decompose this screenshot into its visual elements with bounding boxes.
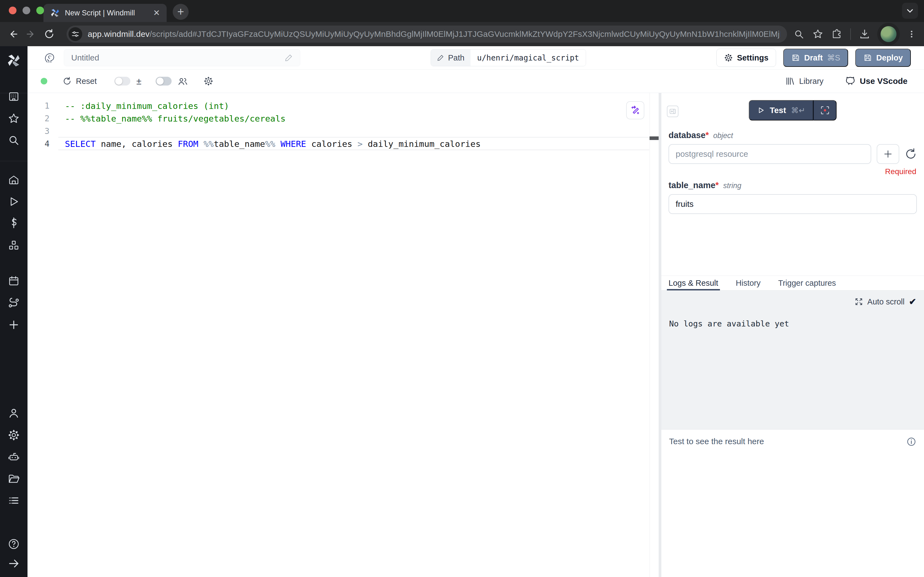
autoscroll-checkmark[interactable]: ✔ bbox=[909, 297, 916, 307]
scan-target-icon bbox=[820, 106, 830, 115]
sidebar-item-users[interactable] bbox=[8, 407, 20, 419]
extensions-icon[interactable] bbox=[832, 29, 842, 39]
site-settings-button[interactable] bbox=[68, 27, 82, 41]
draft-button[interactable]: Draft ⌘S bbox=[783, 49, 848, 67]
save-icon bbox=[863, 53, 872, 62]
vscode-label: Use VScode bbox=[860, 76, 908, 86]
close-window-button[interactable] bbox=[9, 6, 16, 14]
sidebar-item-workspace[interactable] bbox=[8, 90, 20, 103]
code-line[interactable]: -- %%table_name%% fruits/vegetables/cere… bbox=[58, 112, 649, 125]
url-path: /scripts/add#JTdCJTIyaGFzaCUyMiUzQSUyMiU… bbox=[150, 29, 781, 39]
url-text[interactable]: app.windmill.dev/scripts/add#JTdCJTIyaGF… bbox=[88, 29, 781, 39]
test-capture-button[interactable] bbox=[813, 100, 837, 121]
minimize-window-button[interactable] bbox=[23, 6, 30, 14]
profile-avatar[interactable] bbox=[881, 26, 897, 42]
deploy-label: Deploy bbox=[876, 53, 903, 63]
browser-toolbar: app.windmill.dev/scripts/add#JTdCJTIyaGF… bbox=[0, 22, 924, 46]
sidebar-item-favorites[interactable] bbox=[8, 113, 20, 124]
url-bar[interactable]: app.windmill.dev/scripts/add#JTdCJTIyaGF… bbox=[66, 26, 787, 43]
table-name-input[interactable] bbox=[668, 194, 917, 214]
autoscroll-label[interactable]: Auto scroll bbox=[868, 297, 905, 306]
sidebar-item-audit-logs[interactable] bbox=[8, 495, 20, 507]
search-icon[interactable] bbox=[8, 134, 20, 146]
add-resource-button[interactable] bbox=[877, 144, 899, 164]
sidebar-item-folders[interactable] bbox=[8, 472, 20, 485]
bookmark-star-icon[interactable] bbox=[812, 29, 823, 40]
help-icon[interactable] bbox=[8, 538, 20, 550]
diff-toggle[interactable] bbox=[114, 77, 130, 85]
expand-sidebar-arrow-icon[interactable] bbox=[8, 558, 20, 570]
editor-toolbar: Reset ± Library Use VSco bbox=[27, 69, 924, 93]
new-tab-button[interactable]: + bbox=[173, 4, 188, 20]
assistant-toggle[interactable] bbox=[156, 77, 172, 85]
zoom-icon[interactable] bbox=[794, 29, 804, 39]
windmill-favicon bbox=[50, 8, 60, 18]
browser-tab[interactable]: New Script | Windmill ✕ bbox=[43, 4, 167, 22]
forward-icon[interactable] bbox=[26, 29, 36, 39]
result-panel: Test to see the result here bbox=[662, 429, 924, 577]
sidebar-item-workers[interactable] bbox=[8, 451, 20, 463]
edit-pencil-icon[interactable] bbox=[285, 54, 293, 62]
sidebar-item-runs[interactable] bbox=[8, 195, 20, 208]
collaborators-icon[interactable] bbox=[178, 76, 188, 86]
field-name: table_name* bbox=[668, 181, 719, 190]
sidebar-item-settings[interactable] bbox=[8, 429, 20, 441]
library-label: Library bbox=[799, 77, 824, 86]
sidebar-item-resources[interactable] bbox=[8, 239, 20, 251]
deploy-button[interactable]: Deploy bbox=[855, 49, 911, 67]
library-button[interactable]: Library bbox=[786, 76, 824, 86]
sidebar-item-triggers[interactable] bbox=[8, 297, 20, 309]
sidebar-item-variables[interactable] bbox=[8, 217, 20, 229]
required-asterisk: * bbox=[716, 181, 719, 190]
status-dot bbox=[41, 78, 47, 84]
editor-settings-gear-icon[interactable] bbox=[203, 76, 213, 86]
test-label: Test bbox=[770, 106, 786, 115]
save-icon bbox=[791, 53, 800, 62]
window-controls[interactable] bbox=[9, 6, 44, 14]
reset-button[interactable]: Reset bbox=[63, 77, 97, 86]
reset-label: Reset bbox=[76, 77, 97, 86]
database-field-label: database* object bbox=[668, 131, 917, 140]
panel-collapse-icon bbox=[669, 108, 676, 115]
zoom-window-button[interactable] bbox=[36, 6, 44, 14]
line-number: 1 bbox=[27, 100, 57, 112]
code-line[interactable]: SELECT name, calories FROM %%table_name%… bbox=[58, 137, 649, 150]
tab-search-button[interactable] bbox=[902, 3, 918, 19]
line-number: 2 bbox=[27, 112, 57, 125]
sidebar-item-add[interactable] bbox=[8, 319, 20, 331]
sidebar-item-home[interactable] bbox=[8, 174, 20, 186]
expand-icon[interactable] bbox=[855, 298, 863, 306]
code-editor[interactable]: 1234 -- :daily_minimum_calories (int)-- … bbox=[27, 93, 658, 577]
code-line[interactable] bbox=[58, 125, 649, 137]
sidebar-item-schedules[interactable] bbox=[8, 275, 20, 287]
library-icon bbox=[786, 76, 795, 86]
collapse-panel-button[interactable] bbox=[667, 106, 678, 117]
settings-button[interactable]: Settings bbox=[716, 49, 776, 67]
path-chip[interactable]: Path u/henri/magical_script bbox=[431, 49, 586, 66]
gear-icon bbox=[724, 53, 733, 62]
path-label: Path bbox=[448, 53, 464, 63]
table-name-field-label: table_name* string bbox=[668, 181, 917, 190]
code-area[interactable]: -- :daily_minimum_calories (int)-- %%tab… bbox=[58, 100, 649, 150]
required-asterisk: * bbox=[705, 131, 709, 140]
windmill-logo[interactable] bbox=[6, 53, 21, 68]
info-icon[interactable] bbox=[906, 437, 916, 446]
back-icon[interactable] bbox=[8, 29, 18, 39]
diff-icon: ± bbox=[137, 76, 142, 87]
script-title-input[interactable]: Untitled bbox=[64, 49, 300, 66]
test-button[interactable]: Test ⌘↵ bbox=[749, 100, 813, 121]
test-shortcut: ⌘↵ bbox=[791, 106, 805, 115]
refresh-resources-button[interactable] bbox=[905, 148, 917, 160]
database-resource-input[interactable] bbox=[668, 144, 871, 164]
refresh-icon bbox=[63, 77, 71, 85]
tab-history[interactable]: History bbox=[736, 276, 761, 290]
tab-logs-result[interactable]: Logs & Result bbox=[668, 276, 718, 290]
tab-trigger-captures[interactable]: Trigger captures bbox=[778, 276, 836, 290]
reload-icon[interactable] bbox=[44, 29, 55, 39]
download-icon[interactable] bbox=[859, 29, 870, 40]
tab-close-icon[interactable]: ✕ bbox=[153, 9, 160, 17]
use-vscode-button[interactable]: Use VScode bbox=[845, 76, 908, 86]
code-line[interactable]: -- :daily_minimum_calories (int) bbox=[58, 100, 649, 112]
kebab-menu-icon[interactable] bbox=[907, 29, 916, 39]
ai-assistant-button[interactable] bbox=[626, 101, 644, 119]
